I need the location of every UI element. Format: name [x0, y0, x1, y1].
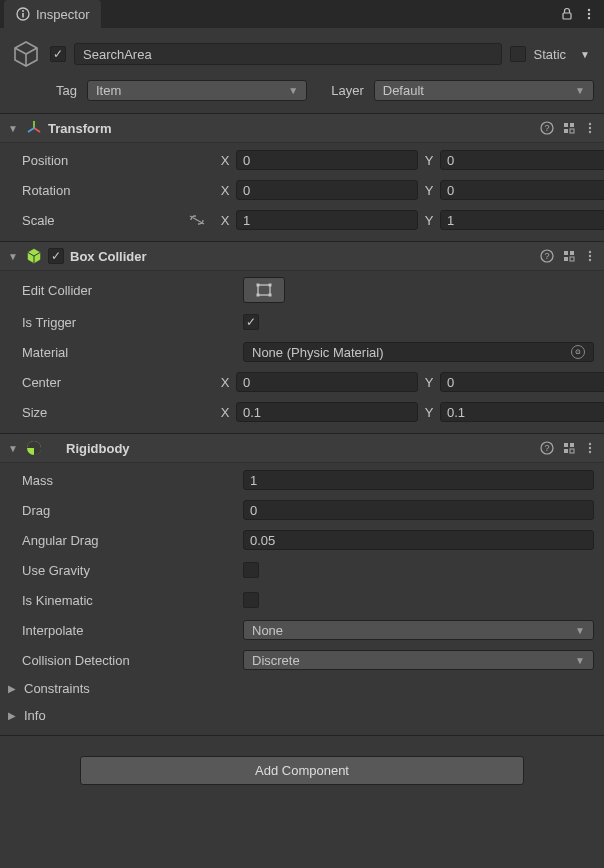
x-label: X: [218, 153, 232, 168]
svg-rect-21: [570, 257, 574, 261]
transform-header[interactable]: ▼ Transform ?: [0, 113, 604, 143]
kebab-icon[interactable]: [584, 441, 596, 455]
use-gravity-checkbox[interactable]: [243, 562, 259, 578]
svg-point-22: [589, 251, 591, 253]
is-kinematic-checkbox[interactable]: [243, 592, 259, 608]
constraints-label: Constraints: [24, 681, 90, 696]
svg-point-14: [589, 127, 591, 129]
object-picker-icon[interactable]: ⊙: [571, 345, 585, 359]
foldout-icon[interactable]: ▼: [8, 251, 20, 262]
lock-icon[interactable]: [556, 3, 578, 25]
rigidbody-title: Rigidbody: [66, 441, 534, 456]
svg-text:?: ?: [544, 443, 549, 453]
link-scale-icon[interactable]: [188, 214, 206, 226]
rotation-label: Rotation: [22, 183, 212, 198]
rotation-y-input[interactable]: [440, 180, 604, 200]
position-x-input[interactable]: [236, 150, 418, 170]
svg-point-24: [589, 259, 591, 261]
svg-rect-33: [564, 443, 568, 447]
preset-icon[interactable]: [562, 249, 576, 263]
is-kinematic-label: Is Kinematic: [22, 593, 237, 608]
svg-rect-3: [563, 13, 571, 19]
boxcollider-header[interactable]: ▼ Box Collider ?: [0, 241, 604, 271]
foldout-right-icon: ▶: [8, 683, 18, 694]
svg-point-4: [588, 9, 590, 11]
interpolate-dropdown[interactable]: None ▼: [243, 620, 594, 640]
size-x-input[interactable]: [236, 402, 418, 422]
help-icon[interactable]: ?: [540, 441, 554, 455]
use-gravity-label: Use Gravity: [22, 563, 237, 578]
foldout-icon[interactable]: ▼: [8, 443, 20, 454]
layer-label: Layer: [331, 83, 364, 98]
svg-point-37: [589, 443, 591, 445]
object-header: Static ▼: [0, 28, 604, 76]
kebab-icon[interactable]: [584, 121, 596, 135]
material-label: Material: [22, 345, 237, 360]
kebab-icon[interactable]: [584, 249, 596, 263]
svg-point-23: [589, 255, 591, 257]
add-component-button[interactable]: Add Component: [80, 756, 524, 785]
tag-label: Tag: [56, 83, 77, 98]
svg-rect-34: [570, 443, 574, 447]
constraints-foldout[interactable]: ▶ Constraints: [8, 679, 594, 698]
svg-point-13: [589, 123, 591, 125]
boxcollider-enabled-checkbox[interactable]: [48, 248, 64, 264]
preset-icon[interactable]: [562, 121, 576, 135]
drag-input[interactable]: [243, 500, 594, 520]
kebab-icon[interactable]: [578, 3, 600, 25]
angular-drag-label: Angular Drag: [22, 533, 237, 548]
center-x-input[interactable]: [236, 372, 418, 392]
mass-input[interactable]: [243, 470, 594, 490]
help-icon[interactable]: ?: [540, 249, 554, 263]
interpolate-label: Interpolate: [22, 623, 237, 638]
center-y-input[interactable]: [440, 372, 604, 392]
rigidbody-header[interactable]: ▼ Rigidbody ?: [0, 433, 604, 463]
scale-x-input[interactable]: [236, 210, 418, 230]
svg-rect-29: [269, 294, 272, 297]
layer-dropdown[interactable]: Default ▼: [374, 80, 594, 101]
is-trigger-checkbox[interactable]: [243, 314, 259, 330]
info-foldout[interactable]: ▶ Info: [8, 706, 594, 725]
scale-label: Scale: [22, 213, 55, 228]
active-checkbox[interactable]: [50, 46, 66, 62]
preset-icon[interactable]: [562, 441, 576, 455]
center-label: Center: [22, 375, 212, 390]
angular-drag-input[interactable]: [243, 530, 594, 550]
svg-rect-20: [564, 257, 568, 261]
static-dropdown-icon[interactable]: ▼: [576, 49, 594, 60]
size-y-input[interactable]: [440, 402, 604, 422]
position-y-input[interactable]: [440, 150, 604, 170]
svg-text:?: ?: [544, 123, 549, 133]
edit-collider-button[interactable]: [243, 277, 285, 303]
foldout-icon[interactable]: ▼: [8, 123, 20, 134]
scale-y-input[interactable]: [440, 210, 604, 230]
svg-rect-36: [570, 449, 574, 453]
collision-detection-value: Discrete: [252, 653, 300, 668]
help-icon[interactable]: ?: [540, 121, 554, 135]
svg-point-5: [588, 13, 590, 15]
layer-value: Default: [383, 83, 424, 98]
chevron-down-icon: ▼: [575, 625, 585, 636]
svg-point-15: [589, 131, 591, 133]
collision-detection-dropdown[interactable]: Discrete ▼: [243, 650, 594, 670]
size-label: Size: [22, 405, 212, 420]
inspector-tab[interactable]: Inspector: [4, 0, 101, 28]
transform-title: Transform: [48, 121, 534, 136]
static-checkbox[interactable]: [510, 46, 526, 62]
svg-rect-19: [570, 251, 574, 255]
transform-body: Position X Y Z Rotation X Y Z Scale X Y …: [0, 143, 604, 241]
material-value: None (Physic Material): [252, 345, 384, 360]
info-label: Info: [24, 708, 46, 723]
tag-dropdown[interactable]: Item ▼: [87, 80, 307, 101]
chevron-down-icon: ▼: [288, 85, 298, 96]
material-field[interactable]: None (Physic Material) ⊙: [243, 342, 594, 362]
tag-layer-row: Tag Item ▼ Layer Default ▼: [0, 76, 604, 113]
object-name-input[interactable]: [74, 43, 502, 65]
interpolate-value: None: [252, 623, 283, 638]
tab-title: Inspector: [36, 7, 89, 22]
rotation-x-input[interactable]: [236, 180, 418, 200]
svg-point-38: [589, 447, 591, 449]
svg-rect-25: [258, 285, 270, 295]
collision-detection-label: Collision Detection: [22, 653, 237, 668]
svg-rect-27: [269, 284, 272, 287]
